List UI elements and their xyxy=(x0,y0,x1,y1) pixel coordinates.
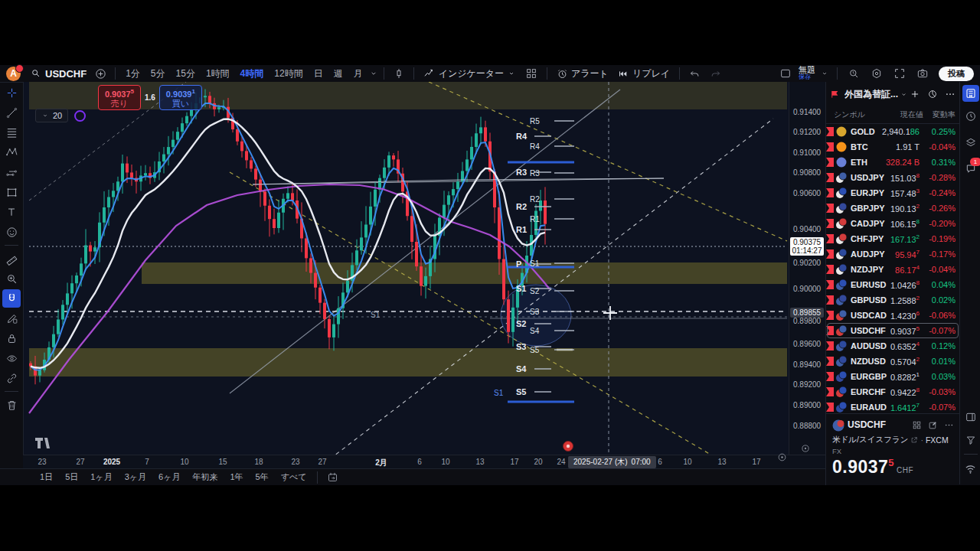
row-price: 157.483 xyxy=(890,187,920,198)
flagged-icon[interactable] xyxy=(826,295,834,306)
price-axis-label: 0.91200 xyxy=(793,128,821,136)
symbol-flag-icon xyxy=(836,142,847,152)
flagged-icon[interactable] xyxy=(826,188,834,199)
range-5日[interactable]: 5日 xyxy=(59,471,84,483)
goto-date-icon[interactable] xyxy=(327,471,338,483)
object-tree-button[interactable] xyxy=(962,134,979,151)
price-axis[interactable]: 0.914000.912000.910000.908000.906000.904… xyxy=(789,82,826,455)
flagged-icon[interactable] xyxy=(826,311,834,321)
row-symbol: GBPJPY xyxy=(851,204,885,213)
watchlist-row-AUDJPY[interactable]: AUDJPY95.947-0.17% xyxy=(826,246,960,262)
watchlist-tab-button[interactable] xyxy=(962,85,979,102)
watchlist-row-EURJPY[interactable]: EURJPY157.483-0.24% xyxy=(826,185,960,201)
axis-reset-icon[interactable] xyxy=(776,452,788,463)
price-axis-settings-icon[interactable] xyxy=(800,443,811,454)
time-axis[interactable]: 23272025710151823272月6101317202461013172… xyxy=(23,455,825,469)
range-1年[interactable]: 1年 xyxy=(224,471,249,483)
chart-legend: 20 xyxy=(35,109,86,122)
flagged-icon[interactable] xyxy=(826,173,834,184)
flagged-icon[interactable] xyxy=(826,357,834,367)
flagged-icon[interactable] xyxy=(826,265,834,276)
watchlist-row-USDJPY[interactable]: USDJPY151.038-0.28% xyxy=(826,170,960,185)
grid-layout-icon[interactable] xyxy=(912,420,922,430)
filter-button[interactable] xyxy=(962,432,979,448)
wifi-icon xyxy=(964,462,977,475)
price-axis-label: 0.90800 xyxy=(793,168,821,177)
watchlist-title[interactable]: 外国為替証... xyxy=(844,88,898,101)
chat-button[interactable]: 1 xyxy=(962,160,979,177)
flagged-icon[interactable] xyxy=(826,326,834,337)
watchlist-row-EURUSD[interactable]: EURUSD1.042680.04% xyxy=(826,277,960,292)
detail-symbol[interactable]: USDCHF xyxy=(848,419,886,430)
pie-edit-icon[interactable] xyxy=(927,89,938,99)
watchlist-row-EURAUD[interactable]: EURAUD1.64127-0.07% xyxy=(826,399,960,415)
watchlist-row-GBPJPY[interactable]: GBPJPY190.132-0.26% xyxy=(826,201,960,216)
flagged-icon[interactable] xyxy=(826,372,834,383)
watchlist-row-EURCHF[interactable]: EURCHF0.94228-0.03% xyxy=(826,384,960,399)
watchlist-row-NZDJPY[interactable]: NZDJPY86.174-0.04% xyxy=(826,262,960,277)
row-price: 95.947 xyxy=(895,249,920,259)
row-price: 151.038 xyxy=(890,172,920,183)
row-symbol: NZDUSD xyxy=(851,357,886,366)
more-options-icon[interactable] xyxy=(945,89,956,99)
watchlist-row-USDCAD[interactable]: USDCAD1.42306-0.06% xyxy=(826,308,960,323)
flag-icon[interactable] xyxy=(831,89,841,99)
edit-note-icon[interactable] xyxy=(928,420,938,430)
range-group: 1日5日1ヶ月3ヶ月6ヶ月年初来1年5年すべて xyxy=(34,471,312,483)
flagged-icon[interactable] xyxy=(826,387,834,398)
flagged-icon[interactable] xyxy=(826,234,834,245)
time-axis-label: 6 xyxy=(658,458,662,466)
watchlist-row-USDCHF[interactable]: USDCHF0.90375-0.07% xyxy=(826,323,960,338)
watchlist-row-CHFJPY[interactable]: CHFJPY167.132-0.19% xyxy=(826,231,960,246)
row-price: 86.174 xyxy=(895,264,920,275)
external-link-icon[interactable] xyxy=(910,436,918,444)
add-symbol-icon[interactable] xyxy=(910,89,920,99)
watchlist-row-BTC[interactable]: BTC1.91 T-0.04% xyxy=(826,139,960,155)
watchlist-row-NZDUSD[interactable]: NZDUSD0.570420.01% xyxy=(826,354,960,369)
symbol-flag-icon xyxy=(836,402,847,412)
watchlist-row-GOLD[interactable]: GOLD2,940.1860.25% xyxy=(826,124,960,139)
watchlist-row-ETH[interactable]: ETH328.24 B0.31% xyxy=(826,155,960,170)
row-symbol: BTC xyxy=(851,142,868,152)
range-すべて[interactable]: すべて xyxy=(275,471,313,483)
row-change: 0.12% xyxy=(932,341,956,350)
watchlist-row-EURGBP[interactable]: EURGBP0.828210.03% xyxy=(826,369,960,384)
alerts-tab-button[interactable] xyxy=(962,108,979,125)
buy-button[interactable]: 0.90391 買い xyxy=(159,85,202,110)
watchlist-row-GBPUSD[interactable]: GBPUSD1.258820.02% xyxy=(826,292,960,308)
watchlist-row-CADJPY[interactable]: CADJPY106.158-0.20% xyxy=(826,216,960,231)
pivot-label-S5: S5 xyxy=(516,387,526,396)
column-price[interactable]: 現在値 xyxy=(900,109,923,120)
range-1日[interactable]: 1日 xyxy=(34,471,59,483)
chevron-down-icon[interactable] xyxy=(900,90,908,99)
flagged-icon[interactable] xyxy=(826,127,834,138)
price-axis-label: 0.89600 xyxy=(793,340,821,348)
indicator-legend-row[interactable]: 20 xyxy=(35,109,68,122)
flagged-icon[interactable] xyxy=(826,249,834,260)
watchlist-row-AUDUSD[interactable]: AUDUSD0.635240.12% xyxy=(826,338,960,354)
row-price: 0.90375 xyxy=(890,325,920,336)
panel-layout-button[interactable] xyxy=(962,409,979,425)
row-price: 0.63524 xyxy=(890,341,920,351)
row-change: -0.26% xyxy=(929,204,956,213)
range-3ヶ月[interactable]: 3ヶ月 xyxy=(119,471,152,483)
flagged-icon[interactable] xyxy=(826,204,834,214)
detail-symbol-name[interactable]: 米ドル/スイスフラン xyxy=(832,435,908,445)
flagged-icon[interactable] xyxy=(826,219,834,230)
flagged-icon[interactable] xyxy=(826,403,834,413)
range-5年[interactable]: 5年 xyxy=(250,471,275,483)
column-change[interactable]: 変動率 xyxy=(933,109,956,120)
range-年初来[interactable]: 年初来 xyxy=(186,471,224,483)
sell-button[interactable]: 0.90375 売り xyxy=(98,85,141,110)
pivot-label-R1: R1 xyxy=(516,225,527,234)
flagged-icon[interactable] xyxy=(826,142,834,153)
flagged-icon[interactable] xyxy=(826,158,834,168)
more-options-icon[interactable] xyxy=(944,420,954,430)
range-6ヶ月[interactable]: 6ヶ月 xyxy=(152,471,186,483)
column-symbol[interactable]: シンボル xyxy=(834,109,865,120)
data-feed-button[interactable] xyxy=(962,460,979,477)
row-symbol: AUDJPY xyxy=(851,249,885,259)
range-1ヶ月[interactable]: 1ヶ月 xyxy=(84,471,118,483)
flagged-icon[interactable] xyxy=(826,280,834,291)
flagged-icon[interactable] xyxy=(826,341,834,352)
